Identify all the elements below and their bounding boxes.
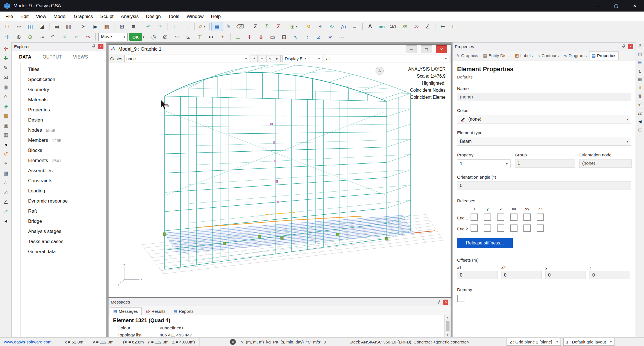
erase-icon[interactable]: ⌫ <box>234 22 246 31</box>
release-checkbox-end2-yy[interactable] <box>523 224 531 232</box>
angle-units-icon[interactable]: ∠ <box>422 22 433 31</box>
case-nav-icon-1[interactable]: − <box>259 55 265 62</box>
cut-icon[interactable]: ✂ <box>78 22 89 31</box>
sum-strip-icon[interactable]: Σ <box>636 67 644 75</box>
properties-close-icon[interactable]: ✕ <box>628 44 633 49</box>
tab-results[interactable]: abResults <box>142 307 169 315</box>
tab-entity-dis[interactable]: ▦Entity Dis... <box>481 51 512 60</box>
reports-icon[interactable]: ≡ <box>128 22 139 31</box>
spring-icon[interactable]: ∿ <box>290 32 301 41</box>
display-entities-select[interactable]: Display Ele ▾ <box>283 55 322 62</box>
volume-icon[interactable]: ▩ <box>1 168 11 178</box>
support-icon[interactable]: ⊥ <box>232 32 244 41</box>
tree-item-raft[interactable]: ▶Raft <box>21 206 106 216</box>
tree-item-analysis-stages[interactable]: ▶Analysis stages <box>21 226 106 237</box>
ok-button[interactable]: OK <box>129 33 142 41</box>
menu-file[interactable]: File <box>2 14 17 19</box>
forward-icon[interactable]: → <box>181 22 193 31</box>
flash-strip-icon[interactable]: ↯ <box>636 84 644 91</box>
tree-item-specification[interactable]: ▶Specification <box>21 75 106 85</box>
release-checkbox-end1-xx[interactable] <box>510 214 518 221</box>
release-checkbox-end1-yy[interactable] <box>523 214 531 221</box>
tab-messages[interactable]: ▤Messages <box>110 307 142 315</box>
table-view-icon[interactable]: ▦ <box>211 22 223 31</box>
mail-icon[interactable]: ✉ <box>1 73 11 82</box>
function-icon[interactable]: ƒ() <box>338 22 349 31</box>
pointer-ne-icon[interactable]: ↗ <box>1 206 11 216</box>
cases-select[interactable]: none ▾ <box>124 55 249 62</box>
colour-select[interactable]: (none) ▾ <box>457 115 631 123</box>
tree-item-design[interactable]: ▶Design <box>21 115 106 125</box>
model-viewport[interactable]: ✎ A ANALYSIS LAYER Scale: 1:476.9 Highli… <box>109 63 451 297</box>
tree-item-loading[interactable]: ▶Loading <box>21 186 106 196</box>
tree-item-nodes[interactable]: Nodes5558 <box>21 125 106 135</box>
orientation-angle-field[interactable]: 0 <box>457 181 631 190</box>
sweep-icon[interactable]: ✐▾ <box>196 22 208 31</box>
graphic-maximize-button[interactable]: ▢ <box>421 45 432 53</box>
trim-icon[interactable]: ✂ <box>82 32 94 41</box>
offset-field-x2[interactable]: 0 <box>501 271 542 279</box>
scroll-up-icon[interactable]: ▲ <box>446 316 449 319</box>
package-icon[interactable]: ▧ <box>1 111 11 120</box>
section-tool-icon[interactable]: ⊿ <box>1 187 11 197</box>
x2-strip-icon[interactable]: x² <box>636 101 644 108</box>
draw-icon[interactable]: ✎ <box>223 22 234 31</box>
zoom-tool-icon[interactable]: ⌖ <box>1 159 11 168</box>
remove-cell-icon[interactable]: ⊟ <box>278 32 290 41</box>
tree-item-titles[interactable]: Titles <box>21 64 106 75</box>
tab-contours[interactable]: ≈Contours <box>535 51 561 60</box>
menu-help[interactable]: Help <box>207 14 224 19</box>
tree-item-elements[interactable]: Elements3541 <box>21 156 106 166</box>
views-strip-icon[interactable]: ▤ <box>636 50 644 58</box>
grid-strip-icon[interactable]: ⊞ <box>636 59 644 66</box>
new-icon[interactable]: □ <box>1 22 13 31</box>
nodes-tool-icon[interactable]: ∴ <box>1 178 11 187</box>
menu-graphics[interactable]: Graphics <box>70 14 97 19</box>
indent-icon[interactable]: ⊨ <box>449 22 460 31</box>
layers-icon[interactable]: ≡ <box>59 32 71 41</box>
tab-labels[interactable]: ◩Labels <box>512 51 535 60</box>
menu-window[interactable]: Window <box>183 14 207 19</box>
orientation-node-field[interactable]: (none) <box>579 159 632 168</box>
scrollbar-thumb[interactable] <box>446 321 449 331</box>
offset-field-z[interactable]: 0 <box>589 271 630 279</box>
release-checkbox-end1-y[interactable] <box>484 214 491 221</box>
menu-design[interactable]: Design <box>142 14 164 19</box>
tab-views[interactable]: VIEWS <box>73 55 88 60</box>
sculpt-tool-icon[interactable]: ✚ <box>1 53 11 63</box>
units-cm-icon[interactable]: cm <box>376 22 387 31</box>
pin-icon[interactable] <box>638 44 642 48</box>
grid-plane-select[interactable]: 2 : Grid plane 2 [plane] ▾ <box>507 338 561 346</box>
home-icon[interactable]: ⌂ <box>1 92 11 101</box>
measure-icon[interactable]: ∠ <box>1 197 11 206</box>
flash-icon[interactable]: ↯ <box>303 22 315 31</box>
rotate-view-icon[interactable]: ↺ <box>1 149 11 159</box>
menu-model[interactable]: Model <box>50 14 70 19</box>
minimize-button[interactable]: ─ <box>588 0 607 12</box>
explorer-close-icon[interactable]: ✕ <box>98 44 103 49</box>
swap-strip-icon[interactable]: ⇅ <box>636 93 644 100</box>
empty-set-icon[interactable]: ∅ <box>159 32 171 41</box>
tree-item-tasks-and-cases[interactable]: ▶Tasks and cases <box>21 237 106 247</box>
box-3d-icon[interactable]: ◈ <box>1 101 11 111</box>
print-preview-icon[interactable]: ▥ <box>63 22 74 31</box>
release-checkbox-end1-x[interactable] <box>471 214 478 221</box>
pin-icon[interactable] <box>92 44 96 49</box>
angle-measure-icon[interactable]: ⊾ <box>182 32 194 41</box>
messages-close-icon[interactable]: ✕ <box>443 300 448 305</box>
lock-icon[interactable]: ◉ <box>1 82 11 92</box>
redo-icon[interactable]: ↷ <box>154 22 166 31</box>
case-nav-icon-0[interactable]: + <box>251 55 258 62</box>
release-checkbox-end2-xx[interactable] <box>510 224 518 232</box>
menu-analysis[interactable]: Analysis <box>117 14 142 19</box>
pin-icon[interactable] <box>622 44 626 49</box>
pencil-tool-icon[interactable]: ✎ <box>1 63 11 73</box>
offset-field-y[interactable]: 0 <box>545 271 586 279</box>
open-icon[interactable]: ▱ <box>13 22 24 31</box>
oasys-link[interactable]: www.oasys-software.com <box>0 340 60 344</box>
load-distributed-icon[interactable]: ⇊ <box>255 32 267 41</box>
collapse-panel2-icon[interactable]: ◂ <box>1 216 11 226</box>
release-checkbox-end1-zz[interactable] <box>537 214 544 221</box>
tab-properties[interactable]: ▤Properties <box>589 51 619 60</box>
half-strip-icon[interactable]: /2 <box>636 109 644 117</box>
